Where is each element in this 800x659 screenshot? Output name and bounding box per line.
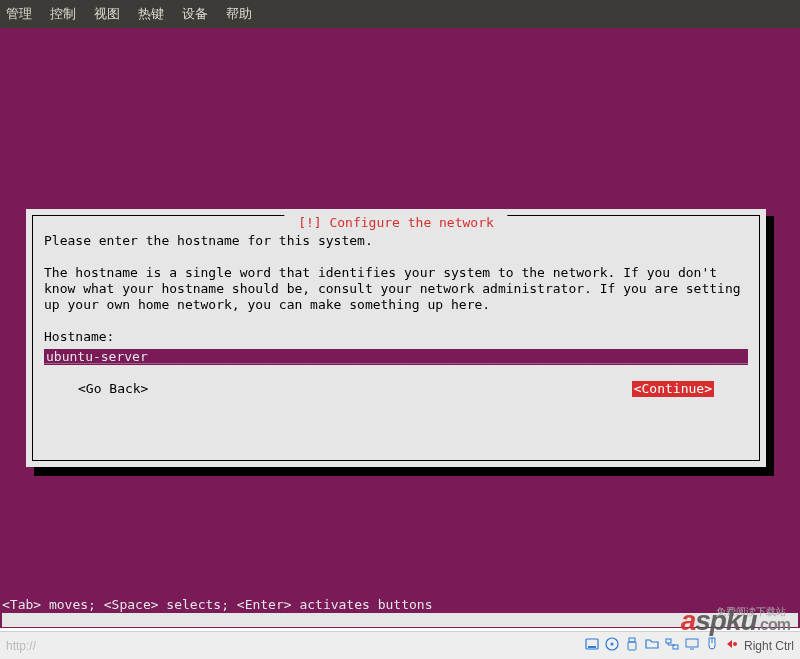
- watermark-subtitle: 免费阅读下载站: [716, 605, 786, 619]
- dialog-desc-text: The hostname is a single word that ident…: [44, 265, 748, 313]
- status-url: http://: [6, 639, 36, 653]
- folder-icon[interactable]: [644, 636, 660, 655]
- continue-button[interactable]: <Continue>: [632, 381, 714, 397]
- menu-help[interactable]: 帮助: [226, 5, 252, 23]
- svg-rect-5: [628, 642, 636, 650]
- dialog-intro-text: Please enter the hostname for this syste…: [44, 233, 748, 249]
- vm-menubar: 管理 控制 视图 热键 设备 帮助: [0, 0, 800, 28]
- svg-rect-7: [673, 645, 678, 649]
- disk-icon[interactable]: [584, 636, 600, 655]
- network-icon[interactable]: [664, 636, 680, 655]
- record-icon[interactable]: [724, 636, 740, 655]
- menu-devices[interactable]: 设备: [182, 5, 208, 23]
- hostname-value: ubuntu-server: [46, 349, 148, 364]
- hostname-label: Hostname:: [44, 329, 748, 345]
- vm-statusbar: http:// Right Ctrl: [0, 631, 800, 659]
- keyboard-hint: <Tab> moves; <Space> selects; <Enter> ac…: [2, 597, 432, 612]
- hint-bar-bg: [2, 613, 798, 627]
- usb-icon[interactable]: [624, 636, 640, 655]
- hostname-input[interactable]: ________________________________________…: [44, 349, 748, 365]
- menu-view[interactable]: 视图: [94, 5, 120, 23]
- mouse-capture-icon[interactable]: [704, 636, 720, 655]
- svg-point-9: [733, 642, 737, 646]
- cd-icon[interactable]: [604, 636, 620, 655]
- svg-rect-6: [666, 639, 671, 643]
- menu-hotkeys[interactable]: 热键: [138, 5, 164, 23]
- configure-network-dialog: [!] Configure the network Please enter t…: [26, 209, 766, 467]
- go-back-button[interactable]: <Go Back>: [78, 381, 148, 397]
- guest-screen: [!] Configure the network Please enter t…: [0, 28, 800, 628]
- display-icon[interactable]: [684, 636, 700, 655]
- status-icons: Right Ctrl: [584, 636, 794, 655]
- svg-rect-1: [588, 646, 596, 648]
- svg-point-3: [610, 643, 613, 646]
- menu-manage[interactable]: 管理: [6, 5, 32, 23]
- svg-rect-4: [629, 638, 635, 642]
- hostkey-label: Right Ctrl: [744, 639, 794, 653]
- menu-control[interactable]: 控制: [50, 5, 76, 23]
- svg-rect-8: [686, 639, 698, 647]
